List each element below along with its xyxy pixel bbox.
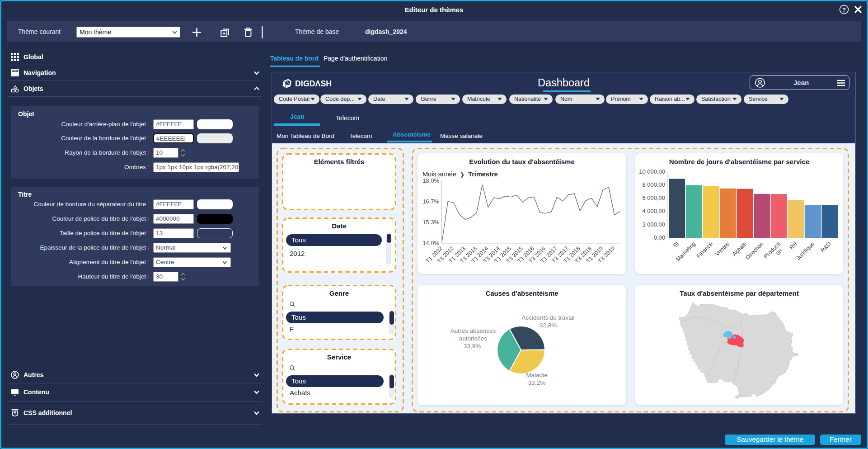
svg-text:CSS: CSS xyxy=(14,409,17,411)
svg-text:14,0%: 14,0% xyxy=(422,240,439,246)
svg-text:16,7%: 16,7% xyxy=(422,198,439,205)
svg-text:?: ? xyxy=(842,6,846,13)
svg-text:32,8%: 32,8% xyxy=(540,322,557,329)
svg-text:Juridique: Juridique xyxy=(795,241,816,261)
svg-text:R&D: R&D xyxy=(820,241,833,254)
svg-text:2 000,00: 2 000,00 xyxy=(642,221,665,228)
svg-text:Maladie: Maladie xyxy=(526,372,547,378)
svg-text:33,9%: 33,9% xyxy=(464,343,481,350)
svg-text:18,0%: 18,0% xyxy=(422,177,439,184)
svg-text:SI: SI xyxy=(672,241,680,249)
svg-text:Autres absences: Autres absences xyxy=(450,327,496,334)
svg-text:10 000,00: 10 000,00 xyxy=(639,168,665,175)
svg-text:Ventes: Ventes xyxy=(714,241,731,257)
svg-text:4 000,00: 4 000,00 xyxy=(642,208,665,214)
svg-text:autorisées: autorisées xyxy=(459,335,488,342)
svg-text:0,00: 0,00 xyxy=(654,234,665,241)
svg-text:Production: Production xyxy=(763,241,786,264)
svg-text:15,3%: 15,3% xyxy=(422,219,439,226)
svg-text:RH: RH xyxy=(788,241,798,251)
svg-text:8 000,00: 8 000,00 xyxy=(642,181,665,188)
svg-text:Finance: Finance xyxy=(695,241,714,259)
svg-text:33,2%: 33,2% xyxy=(528,379,545,386)
svg-text:6 000,00: 6 000,00 xyxy=(642,194,665,201)
svg-text:Direction: Direction xyxy=(744,241,765,261)
svg-text:Accidents du travail: Accidents du travail xyxy=(521,314,574,321)
